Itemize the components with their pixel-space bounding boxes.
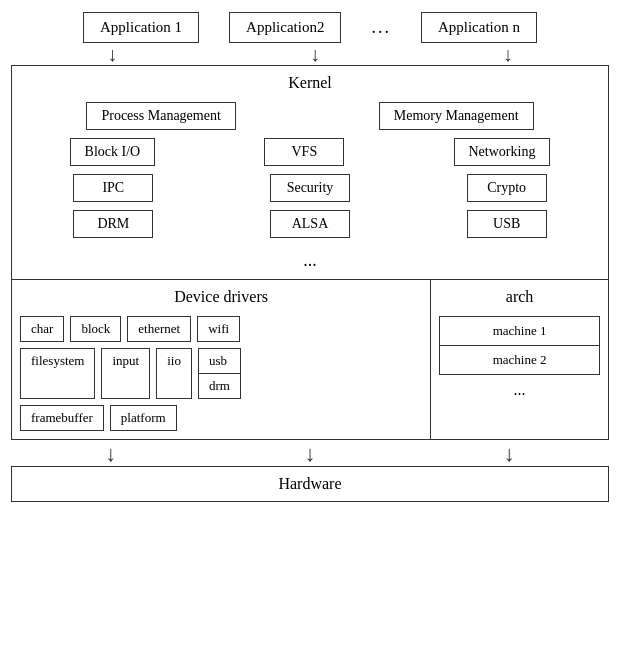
appn-box: Application n bbox=[421, 12, 537, 43]
networking: Networking bbox=[454, 138, 551, 166]
crypto: Crypto bbox=[467, 174, 547, 202]
arrow-hw-2: ↓ bbox=[304, 442, 315, 466]
arch-title: arch bbox=[506, 288, 534, 306]
top-apps-row: Application 1 Application2 ... Applicati… bbox=[83, 12, 537, 43]
arrow-hw-3: ↓ bbox=[504, 442, 515, 466]
arrows-to-hardware: ↓ ↓ ↓ bbox=[11, 442, 609, 466]
bottom-section: Device drivers char block ethernet wifi … bbox=[11, 280, 609, 440]
drivers-row-1: char block ethernet wifi bbox=[20, 316, 422, 342]
process-management: Process Management bbox=[86, 102, 235, 130]
drivers-row-2: filesystem input iio usb drm bbox=[20, 348, 422, 399]
arch-section: arch machine 1 machine 2 ... bbox=[431, 280, 608, 439]
device-drivers-title: Device drivers bbox=[174, 288, 268, 306]
memory-management: Memory Management bbox=[379, 102, 534, 130]
drivers-row-3: framebuffer platform bbox=[20, 405, 422, 431]
arrow-appn: ↓ bbox=[503, 45, 513, 63]
kernel-dots: ... bbox=[20, 250, 600, 271]
block-io: Block I/O bbox=[70, 138, 156, 166]
kernel-row-1: Process Management Memory Management bbox=[20, 102, 600, 130]
drivers-grid: char block ethernet wifi filesystem inpu… bbox=[20, 316, 422, 431]
arrow-hw-1: ↓ bbox=[105, 442, 116, 466]
iio-driver: iio bbox=[156, 348, 192, 399]
vfs: VFS bbox=[264, 138, 344, 166]
arch-grid: machine 1 machine 2 bbox=[439, 316, 600, 375]
app2-box: Application2 bbox=[229, 12, 341, 43]
diagram: Application 1 Application2 ... Applicati… bbox=[0, 0, 620, 658]
drm-kernel: DRM bbox=[73, 210, 153, 238]
ipc: IPC bbox=[73, 174, 153, 202]
arch-dots: ... bbox=[514, 381, 526, 399]
platform-driver: platform bbox=[110, 405, 177, 431]
stacked-usb-drm: usb drm bbox=[198, 348, 241, 399]
ethernet-driver: ethernet bbox=[127, 316, 191, 342]
kernel-section: Kernel Process Management Memory Managem… bbox=[11, 65, 609, 280]
security: Security bbox=[270, 174, 350, 202]
arrows-from-apps: ↓ ↓ ↓ bbox=[11, 45, 609, 63]
char-driver: char bbox=[20, 316, 64, 342]
kernel-row-3: IPC Security Crypto bbox=[20, 174, 600, 202]
block-driver: block bbox=[70, 316, 121, 342]
apps-ellipsis: ... bbox=[371, 17, 391, 38]
filesystem-driver: filesystem bbox=[20, 348, 95, 399]
arrow-app1: ↓ bbox=[107, 45, 117, 63]
kernel-grid: Process Management Memory Management Blo… bbox=[20, 102, 600, 271]
usb-driver: usb bbox=[199, 349, 240, 374]
drm-driver: drm bbox=[199, 374, 240, 398]
wifi-driver: wifi bbox=[197, 316, 240, 342]
kernel-row-4: DRM ALSA USB bbox=[20, 210, 600, 238]
kernel-inner: Kernel Process Management Memory Managem… bbox=[12, 66, 608, 279]
input-driver: input bbox=[101, 348, 150, 399]
framebuffer-driver: framebuffer bbox=[20, 405, 104, 431]
usb-kernel: USB bbox=[467, 210, 547, 238]
machine1: machine 1 bbox=[440, 317, 599, 346]
device-drivers: Device drivers char block ethernet wifi … bbox=[12, 280, 431, 439]
arrow-app2: ↓ bbox=[310, 45, 320, 63]
hardware-box: Hardware bbox=[11, 466, 609, 502]
alsa: ALSA bbox=[270, 210, 350, 238]
machine2: machine 2 bbox=[440, 346, 599, 374]
kernel-row-2: Block I/O VFS Networking bbox=[20, 138, 600, 166]
app1-box: Application 1 bbox=[83, 12, 199, 43]
kernel-title: Kernel bbox=[288, 74, 332, 92]
